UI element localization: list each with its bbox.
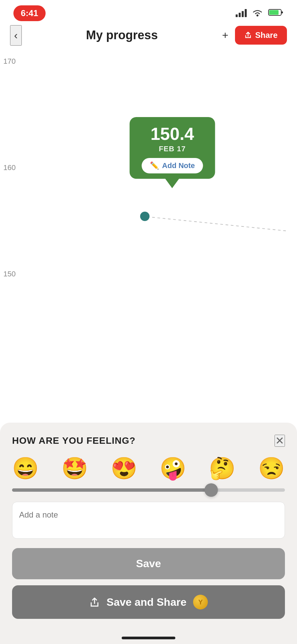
save-share-label: Save and Share: [107, 596, 186, 608]
save-button[interactable]: Save: [12, 548, 285, 579]
slider-fill: [12, 488, 217, 492]
emoji-happy[interactable]: 😄: [12, 458, 39, 479]
status-bar: 6:41: [0, 0, 297, 23]
share-button[interactable]: Share: [235, 26, 287, 45]
slider-thumb[interactable]: [204, 483, 218, 497]
data-point-dot[interactable]: [140, 212, 150, 221]
feeling-title: HOW ARE YOU FEELING?: [12, 435, 135, 446]
emoji-row: 😄 🤩 😍 🤪 🤔 😒: [12, 458, 285, 479]
add-note-label: Add Note: [162, 161, 195, 170]
chart-area: 170 160 150 150.4 FEB 17 ✏️ Add Note: [0, 50, 297, 285]
emoji-love[interactable]: 😍: [111, 458, 137, 479]
svg-rect-2: [281, 11, 283, 13]
chart-canvas: 150.4 FEB 17 ✏️ Add Note: [23, 57, 287, 278]
coin-symbol: Y: [198, 598, 203, 606]
status-icons: [236, 8, 284, 18]
pencil-icon: ✏️: [150, 161, 159, 170]
y-axis-labels: 170 160 150: [3, 50, 23, 285]
share-icon-2: [89, 597, 100, 607]
slider-track: [12, 488, 285, 492]
y-label-160: 160: [3, 163, 23, 172]
back-button[interactable]: ‹: [10, 25, 22, 46]
battery-icon: [268, 8, 284, 18]
tooltip-value: 150.4: [151, 125, 194, 143]
emoji-thinking[interactable]: 🤔: [209, 458, 236, 479]
svg-line-4: [147, 217, 287, 231]
svg-rect-3: [269, 10, 279, 15]
signal-icon: [236, 9, 247, 17]
y-label-150: 150: [3, 270, 23, 278]
feeling-panel: HOW ARE YOU FEELING? ✕ 😄 🤩 😍 🤪 🤔 😒 Save …: [0, 423, 297, 644]
emoji-skeptical[interactable]: 😒: [258, 458, 285, 479]
y-label-170: 170: [3, 57, 23, 66]
svg-point-0: [256, 14, 258, 16]
tooltip-bubble[interactable]: 150.4 FEB 17 ✏️ Add Note: [130, 117, 215, 179]
header: ‹ My progress + Share: [0, 23, 297, 50]
add-button[interactable]: +: [222, 29, 229, 42]
feeling-slider-container: [12, 488, 285, 492]
page-title: My progress: [86, 28, 158, 42]
wifi-icon: [251, 8, 263, 18]
save-share-button[interactable]: Save and Share Y: [12, 585, 285, 619]
share-icon: [244, 32, 252, 39]
emoji-silly[interactable]: 🤪: [160, 458, 186, 479]
tooltip-date: FEB 17: [159, 145, 186, 153]
home-indicator: [122, 637, 175, 639]
close-button[interactable]: ✕: [275, 435, 285, 447]
note-input[interactable]: [12, 502, 285, 539]
add-note-button[interactable]: ✏️ Add Note: [142, 158, 203, 173]
status-time: 6:41: [13, 5, 46, 21]
emoji-excited[interactable]: 🤩: [61, 458, 88, 479]
header-actions: + Share: [222, 26, 287, 45]
gold-coin-icon: Y: [193, 595, 208, 609]
feeling-header: HOW ARE YOU FEELING? ✕: [12, 435, 285, 447]
